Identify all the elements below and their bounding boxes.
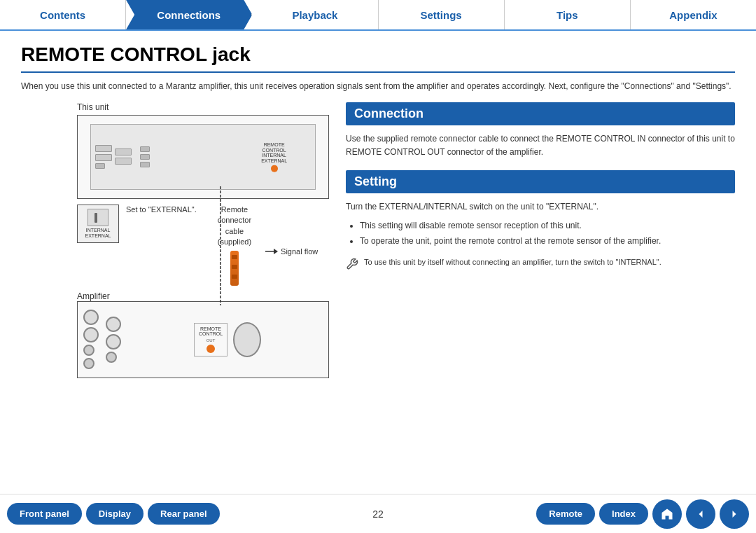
arrow-right-icon — [727, 507, 741, 521]
port-5 — [115, 158, 132, 165]
amp-remote-section: REMOTECONTROL OUT — [194, 323, 227, 357]
remote-button[interactable]: Remote — [536, 503, 595, 525]
port-8 — [140, 162, 150, 167]
main-content: REMOTE CONTROL jack When you use this un… — [0, 31, 756, 494]
home-button[interactable] — [652, 499, 682, 529]
amp-port-7 — [106, 352, 117, 363]
bottom-navigation: Front panel Display Rear panel 22 Remote… — [0, 494, 756, 533]
setting-main-text: Turn the EXTERNAL/INTERNAL switch on the… — [346, 200, 735, 213]
port-6 — [140, 146, 150, 152]
wrench-icon — [346, 258, 358, 270]
switch-box: INTERNALEXTERNAL — [77, 205, 119, 243]
amp-port-6 — [106, 334, 121, 349]
diagram-area: This unit — [21, 102, 329, 378]
connector-dot-top — [271, 165, 278, 172]
amp-port-1 — [83, 310, 99, 325]
amp-port-3 — [83, 345, 94, 356]
content-area: This unit — [21, 102, 735, 378]
remote-connector-label: Remoteconnectorcable(supplied) — [218, 205, 251, 248]
bullet-1: This setting will disable remote sensor … — [360, 219, 735, 234]
intro-text: When you use this unit connected to a Ma… — [21, 80, 735, 92]
tab-contents[interactable]: Contents — [0, 0, 126, 29]
note-text: To use this unit by itself without conne… — [364, 256, 662, 268]
amplifier-label: Amplifier — [77, 291, 329, 301]
tab-connections[interactable]: Connections — [126, 0, 252, 29]
port-4 — [115, 148, 132, 155]
connection-text: Use the supplied remote connector cable … — [346, 132, 735, 159]
port-3 — [95, 163, 105, 169]
connection-header: Connection — [346, 102, 735, 125]
right-panel: Connection Use the supplied remote conne… — [346, 102, 735, 378]
amp-connector-dot — [206, 345, 215, 353]
tab-settings[interactable]: Settings — [379, 0, 505, 29]
port-2 — [95, 154, 112, 161]
svg-marker-1 — [274, 249, 278, 254]
page-title: REMOTE CONTROL jack — [21, 43, 735, 73]
port-7 — [140, 154, 150, 160]
rear-panel-button[interactable]: Rear panel — [148, 503, 219, 525]
arrow-left-icon — [694, 507, 708, 521]
forward-button[interactable] — [720, 499, 749, 529]
bullet-2: To operate the unit, point the remote co… — [360, 234, 735, 249]
tab-tips[interactable]: Tips — [505, 0, 631, 29]
back-button[interactable] — [686, 499, 715, 529]
this-unit-box: REMOTECONTROLINTERNALEXTERNAL — [77, 115, 329, 199]
signal-flow-label: Signal flow — [264, 247, 318, 256]
amp-port-2 — [83, 327, 99, 342]
tab-playback[interactable]: Playback — [252, 0, 378, 29]
setting-header: Setting — [346, 170, 735, 193]
remote-control-label: REMOTECONTROLINTERNALEXTERNAL — [261, 142, 287, 164]
amp-port-4 — [83, 358, 94, 369]
home-icon — [660, 507, 674, 521]
amp-port-5 — [106, 317, 121, 332]
amp-oval — [233, 322, 261, 357]
page-number: 22 — [224, 508, 533, 520]
note-box: To use this unit by itself without conne… — [346, 256, 735, 270]
index-button[interactable]: Index — [599, 503, 648, 525]
this-unit-label: This unit — [77, 102, 329, 112]
setting-bullets: This setting will disable remote sensor … — [360, 219, 735, 249]
tab-appendix[interactable]: Appendix — [631, 0, 756, 29]
display-button[interactable]: Display — [86, 503, 144, 525]
amplifier-box: REMOTECONTROL OUT — [77, 301, 329, 378]
port-1 — [95, 145, 112, 152]
front-panel-button[interactable]: Front panel — [7, 503, 82, 525]
set-to-label: Set to "EXTERNAL". — [126, 205, 197, 215]
top-navigation: Contents Connections Playback Settings T… — [0, 0, 756, 31]
